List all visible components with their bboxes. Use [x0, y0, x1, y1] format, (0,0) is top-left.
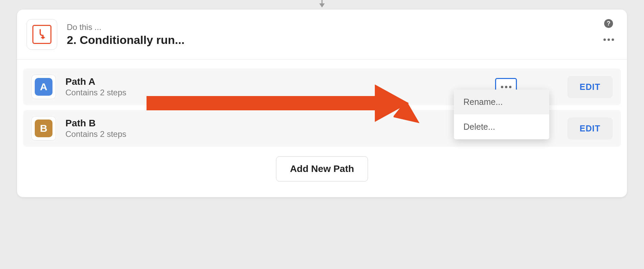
path-badge-container: A	[31, 75, 56, 99]
path-name: Path A	[65, 76, 486, 87]
path-text-group: Path A Contains 2 steps	[65, 76, 486, 97]
path-subtitle: Contains 2 steps	[65, 88, 486, 97]
path-badge-container: B	[31, 116, 56, 141]
delete-menu-item[interactable]: Delete...	[454, 114, 549, 139]
rename-menu-item[interactable]: Rename...	[454, 90, 549, 114]
path-badge-a: A	[35, 78, 52, 96]
step-app-icon-container	[27, 19, 57, 50]
edit-path-button[interactable]: EDIT	[567, 117, 613, 140]
step-label: Do this ...	[67, 22, 613, 32]
add-new-path-button[interactable]: Add New Path	[276, 156, 368, 181]
paths-step-card: Do this ... 2. Conditionally run... ? A …	[17, 10, 627, 197]
path-context-menu: Rename... Delete...	[454, 90, 549, 139]
svg-marker-1	[319, 3, 325, 7]
card-header: Do this ... 2. Conditionally run... ?	[17, 10, 627, 60]
paths-branch-icon	[32, 25, 51, 44]
path-text-group: Path B Contains 2 steps	[65, 118, 486, 139]
path-row-a[interactable]: A Path A Contains 2 steps EDIT Rename...…	[23, 68, 621, 105]
path-name: Path B	[65, 118, 486, 129]
step-title: 2. Conditionally run...	[67, 33, 613, 47]
path-badge-b: B	[35, 120, 52, 137]
path-subtitle: Contains 2 steps	[65, 129, 486, 139]
help-icon[interactable]: ?	[604, 19, 613, 28]
header-text-group: Do this ... 2. Conditionally run...	[67, 22, 613, 47]
step-more-menu-button[interactable]	[602, 35, 615, 44]
flow-connector-arrow-icon	[318, 0, 326, 10]
edit-path-button[interactable]: EDIT	[567, 76, 613, 98]
card-body: A Path A Contains 2 steps EDIT Rename...…	[17, 60, 627, 197]
